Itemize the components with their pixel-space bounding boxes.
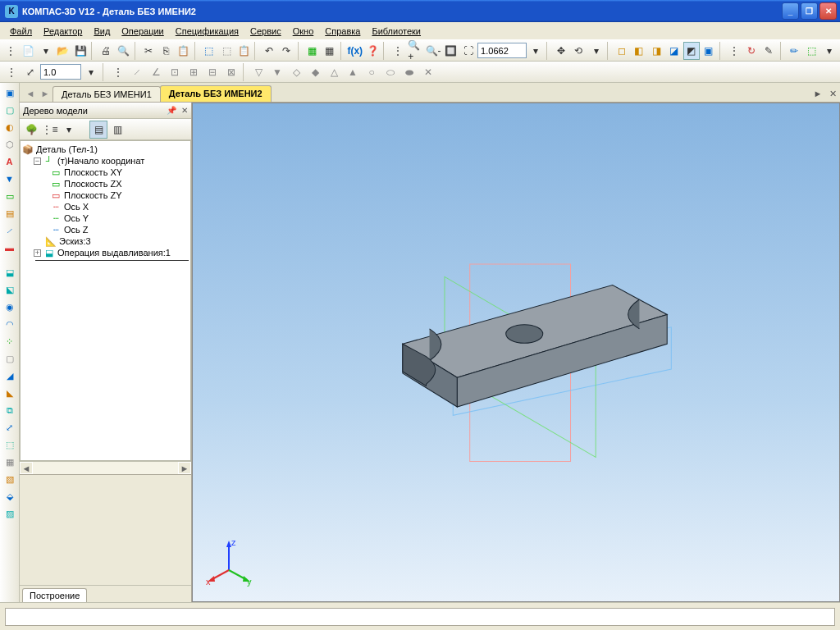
op-line[interactable]: ⟋: [2, 222, 18, 239]
filter-b[interactable]: ▼: [268, 63, 286, 81]
feat-c[interactable]: ▧: [2, 471, 18, 487]
feat-cut[interactable]: ⬕: [2, 281, 18, 298]
measure-e[interactable]: ⊟: [203, 63, 221, 81]
zoom-out-button[interactable]: 🔍-: [425, 42, 442, 60]
op-text[interactable]: А: [2, 153, 18, 170]
zoom-dropdown[interactable]: ▾: [527, 42, 544, 60]
filter-g[interactable]: ○: [363, 63, 381, 81]
menu-service[interactable]: Сервис: [245, 25, 286, 38]
grip-icon[interactable]: ⋮: [390, 42, 406, 60]
feat-b[interactable]: ▦: [2, 454, 18, 470]
feat-shell[interactable]: ▢: [2, 350, 18, 367]
tree-view-a[interactable]: ▤: [89, 121, 107, 139]
feat-rib[interactable]: ◢: [2, 368, 18, 384]
zoom-window-button[interactable]: 🔲: [443, 42, 459, 60]
feat-pattern[interactable]: ⁘: [2, 333, 18, 349]
measure-a[interactable]: ⟋: [128, 63, 146, 81]
op-filter[interactable]: ▼: [2, 171, 18, 187]
tab-scroll-button[interactable]: ►: [810, 85, 825, 102]
properties-button[interactable]: 📋: [235, 42, 252, 60]
paste-button[interactable]: 📋: [176, 42, 192, 60]
feat-mirror[interactable]: ⧉: [2, 402, 18, 418]
pan-button[interactable]: ✥: [553, 42, 569, 60]
tree-sketch[interactable]: 📐 Эскиз:3: [22, 235, 189, 247]
tree-view-b[interactable]: ▥: [108, 121, 126, 139]
preview-button[interactable]: 🔍: [115, 42, 131, 60]
measure-d[interactable]: ⊞: [185, 63, 203, 81]
document-tab-1[interactable]: Деталь БЕЗ ИМЕНИ1: [52, 86, 161, 102]
measure-c[interactable]: ⊡: [166, 63, 184, 81]
menu-file[interactable]: Файл: [5, 25, 37, 38]
tree-origin[interactable]: − ┘ (т)Начало координат: [22, 155, 189, 167]
rebuild-button[interactable]: ↻: [743, 42, 760, 60]
op-loft[interactable]: ⬡: [2, 136, 18, 153]
tree-plane-zy[interactable]: ▭ Плоскость ZY: [22, 189, 189, 201]
tree-mode-a[interactable]: 🌳: [22, 121, 40, 139]
filter-a[interactable]: ▽: [249, 63, 267, 81]
tool-f[interactable]: ▾: [821, 42, 838, 60]
tree-axis-y[interactable]: ┄ Ось Y: [22, 212, 189, 224]
grip-icon[interactable]: ⋮: [109, 63, 127, 81]
tool-e[interactable]: ⬚: [803, 42, 819, 60]
rotate-button[interactable]: ⟲: [570, 42, 587, 60]
filter-j[interactable]: ✕: [419, 63, 437, 81]
zoom-fit-button[interactable]: ⛶: [460, 42, 477, 60]
tree-h-scrollbar[interactable]: ◄►: [20, 461, 191, 474]
library-button[interactable]: ▦: [304, 42, 320, 60]
feat-a[interactable]: ⬚: [2, 436, 18, 453]
orient-button[interactable]: ▾: [588, 42, 605, 60]
filter-e[interactable]: △: [325, 63, 343, 81]
menu-view[interactable]: Вид: [89, 25, 115, 38]
scale-dropdown[interactable]: ▾: [82, 63, 100, 81]
view-shaded-edges[interactable]: ◩: [683, 42, 700, 60]
op-box[interactable]: ▬: [2, 240, 18, 256]
new-button[interactable]: 📄: [20, 42, 36, 60]
feat-scale[interactable]: ⤢: [2, 419, 18, 436]
filter-h[interactable]: ⬭: [381, 63, 399, 81]
tab-close-button[interactable]: ✕: [825, 85, 840, 102]
tool-a[interactable]: ⬚: [201, 42, 217, 60]
op-plane[interactable]: ▭: [2, 188, 18, 204]
copy-button[interactable]: ⎘: [158, 42, 174, 60]
grip-icon[interactable]: ⋮: [2, 42, 19, 60]
feat-draft[interactable]: ◣: [2, 385, 18, 401]
view-perspective[interactable]: ▣: [701, 42, 717, 60]
feat-extrude[interactable]: ⬓: [2, 264, 18, 281]
tree-root[interactable]: 📦 Деталь (Тел-1): [22, 144, 189, 155]
measure-b[interactable]: ∠: [147, 63, 165, 81]
menu-window[interactable]: Окно: [288, 25, 319, 38]
tab-prev-button[interactable]: ◄: [23, 85, 38, 102]
view-nohidden[interactable]: ◨: [648, 42, 664, 60]
tree-extrude-op[interactable]: + ⬓ Операция выдавливания:1: [22, 247, 189, 258]
scale-input[interactable]: [40, 64, 81, 80]
filter-i[interactable]: ⬬: [400, 63, 418, 81]
cut-button[interactable]: ✂: [140, 42, 157, 60]
feat-hole[interactable]: ◉: [2, 299, 18, 315]
print-button[interactable]: 🖨: [98, 42, 114, 60]
model-tree[interactable]: 📦 Деталь (Тел-1) − ┘ (т)Начало координат…: [20, 140, 191, 461]
new-dropdown[interactable]: ▾: [38, 42, 54, 60]
close-button[interactable]: ✕: [819, 2, 837, 20]
view-hidden[interactable]: ◧: [631, 42, 647, 60]
tree-mode-b[interactable]: ⋮≡: [41, 121, 59, 139]
op-extrude[interactable]: ▣: [2, 84, 18, 101]
open-button[interactable]: 📂: [55, 42, 71, 60]
pin-icon[interactable]: 📌: [167, 106, 176, 115]
tree-mode-dropdown[interactable]: ▾: [60, 121, 78, 139]
filter-c[interactable]: ◇: [287, 63, 305, 81]
tree-plane-zx[interactable]: ▭ Плоскость ZX: [22, 178, 189, 189]
tab-next-button[interactable]: ►: [38, 85, 52, 102]
op-cut[interactable]: ▢: [2, 102, 18, 118]
menu-operations[interactable]: Операции: [116, 25, 168, 38]
op-revolve[interactable]: ◐: [2, 119, 18, 135]
zoom-value-input[interactable]: [477, 43, 527, 58]
tree-axis-z[interactable]: ┄ Ось Z: [22, 224, 189, 235]
view-shaded[interactable]: ◪: [665, 42, 682, 60]
menu-libraries[interactable]: Библиотеки: [367, 25, 426, 38]
tree-axis-x[interactable]: ┄ Ось X: [22, 201, 189, 212]
tool-b[interactable]: ⬚: [218, 42, 235, 60]
command-input[interactable]: [5, 608, 835, 626]
view-wireframe[interactable]: ◻: [613, 42, 629, 60]
measure-f[interactable]: ⊠: [222, 63, 240, 81]
tree-plane-xy[interactable]: ▭ Плоскость XY: [22, 167, 189, 178]
